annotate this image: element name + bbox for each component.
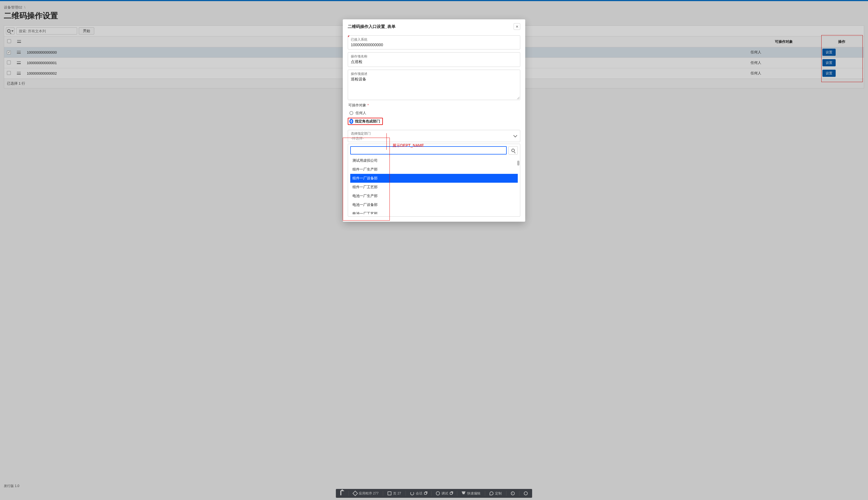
annotation-radio-box: 指定角色或部门 [348, 118, 383, 125]
field-system-label: 已接入系统 [351, 37, 517, 42]
dept-search-input[interactable] [350, 146, 507, 155]
dept-option[interactable]: 电池一厂生产部 [350, 192, 518, 201]
resize-handle[interactable] [517, 96, 519, 99]
dept-option[interactable]: 组件一厂工艺部 [350, 183, 518, 192]
field-name[interactable]: 操作项名称 点巡检 [348, 52, 520, 67]
field-name-value: 点巡检 [351, 59, 517, 65]
close-icon: ✕ [516, 25, 518, 29]
search-icon [511, 149, 515, 152]
field-name-label: 操作项名称 [351, 54, 517, 59]
required-star: * [367, 103, 369, 107]
dept-option[interactable]: 组件一厂生产部 [350, 165, 518, 174]
dept-select[interactable]: 选择指定部门 -待选择- [348, 130, 520, 142]
dept-option-list[interactable]: 测试用虚拟公司 组件一厂生产部 组件一厂设备部 组件一厂工艺部 电池一厂生产部 … [350, 156, 518, 214]
dept-option[interactable]: 电池一厂设备部 [350, 201, 518, 209]
radio-specific-label: 指定角色或部门 [355, 119, 380, 124]
dept-search-button[interactable] [509, 146, 518, 155]
dept-option[interactable]: 组件一厂设备部 [350, 174, 518, 183]
form-dialog: 二维码操作入口设置_表单 ✕ 已接入系统 100000000000000 操作项… [343, 19, 525, 222]
radio-any-label: 任何人 [355, 111, 366, 115]
target-group-label: 可操作对象* [348, 103, 520, 108]
close-button[interactable]: ✕ [514, 23, 520, 30]
radio-any[interactable]: 任何人 [348, 110, 520, 117]
dept-dropdown: 测试用虚拟公司 组件一厂生产部 组件一厂设备部 组件一厂工艺部 电池一厂生产部 … [348, 144, 520, 217]
modal-overlay: 二维码操作入口设置_表单 ✕ 已接入系统 100000000000000 操作项… [0, 0, 868, 500]
radio-specific[interactable]: 指定角色或部门 [348, 117, 520, 126]
radio-icon [350, 111, 353, 115]
field-desc-value: 巡检设备 [351, 77, 517, 82]
dialog-title: 二维码操作入口设置_表单 [348, 24, 396, 29]
radio-icon [350, 119, 353, 124]
field-system-value: 100000000000000 [351, 43, 517, 47]
dept-select-arrow[interactable] [511, 130, 520, 142]
field-desc-label: 操作项描述 [351, 71, 517, 76]
dept-option[interactable]: 电池一厂工艺部 [350, 209, 518, 214]
dept-select-placeholder: -待选择- [351, 136, 508, 141]
dept-select-label: 选择指定部门 [351, 131, 508, 136]
scrollbar-thumb[interactable] [517, 161, 519, 166]
field-desc[interactable]: 操作项描述 巡检设备 [348, 70, 520, 100]
dept-option[interactable]: 测试用虚拟公司 [350, 156, 518, 165]
chevron-down-icon [513, 134, 517, 137]
field-system[interactable]: 已接入系统 100000000000000 [348, 35, 520, 49]
